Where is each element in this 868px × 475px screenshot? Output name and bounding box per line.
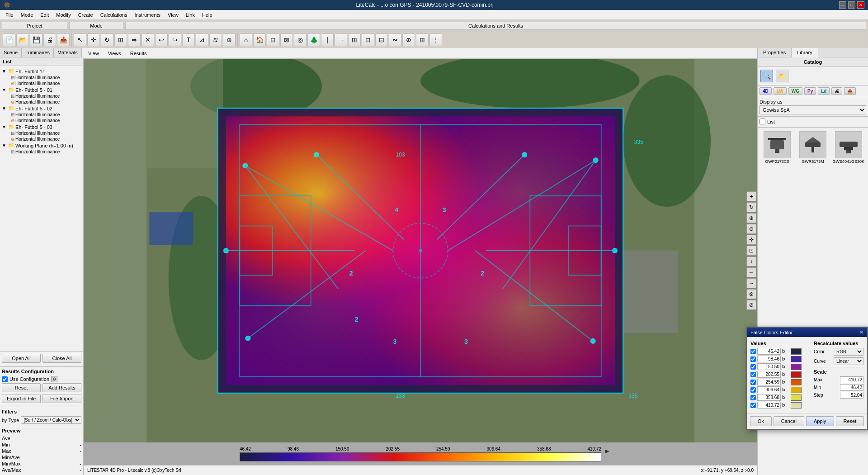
close-button[interactable]: ✕	[857, 1, 864, 9]
view-menu-views[interactable]: Views	[105, 50, 124, 57]
fcd-curve-select[interactable]: Linear	[834, 357, 863, 365]
toolbar-btn-calc3[interactable]: ⊟	[375, 33, 388, 46]
open-all-button[interactable]: Open All	[2, 354, 41, 363]
nav-fit-btn[interactable]: ⊡	[746, 246, 756, 256]
menu-help[interactable]: Help	[198, 11, 216, 19]
fcd-step-input[interactable]	[840, 392, 863, 399]
fcd-min-input[interactable]	[840, 384, 863, 391]
add-results-button[interactable]: Add Results	[42, 383, 81, 392]
brand-lw[interactable]: LW	[774, 87, 787, 95]
minimize-button[interactable]: —	[839, 1, 846, 9]
toolbar-btn-calc5[interactable]: ⊕	[402, 33, 415, 46]
fcd-color-select[interactable]: RGB	[834, 348, 863, 356]
tab-luminaires[interactable]: Luminaires	[22, 48, 54, 57]
tree-child-futbol501-h2[interactable]: ⊛ Horizontal Illuminance	[11, 99, 81, 105]
fcd-color-1[interactable]	[791, 348, 802, 355]
fcd-value-5[interactable]	[757, 379, 781, 385]
maximize-button[interactable]: □	[848, 1, 855, 9]
fcd-check-2[interactable]	[750, 356, 756, 362]
product-item-gws4041gs30k[interactable]: GWS4041GS30K	[832, 131, 864, 164]
toolbar-btn-house[interactable]: 🏠	[253, 33, 266, 46]
toolbar-btn-save[interactable]: 💾	[30, 33, 42, 46]
config-icon[interactable]: ⚙	[51, 376, 57, 382]
tree-child-futbol503-h2[interactable]: ⊛ Horizontal Illuminance	[11, 136, 81, 142]
use-config-checkbox[interactable]	[2, 376, 8, 382]
tab-library[interactable]: Library	[792, 48, 818, 57]
tab-properties[interactable]: Properties	[758, 48, 792, 57]
brand-wg[interactable]: WG	[788, 87, 802, 95]
fcd-value-7[interactable]	[757, 394, 781, 401]
close-all-button[interactable]: Close All	[42, 354, 81, 363]
fcd-close-icon[interactable]: ✕	[859, 329, 863, 335]
menu-edit[interactable]: Edit	[37, 11, 52, 19]
brand-ld[interactable]: Ld	[818, 87, 830, 95]
brand-4d[interactable]: 4D	[760, 87, 772, 95]
nav-down-btn[interactable]: ↓	[746, 256, 756, 266]
expand-icon[interactable]: ▼	[2, 124, 7, 129]
nav-right-btn[interactable]: →	[746, 278, 756, 288]
menu-file[interactable]: File	[2, 11, 17, 19]
toolbar-btn-group[interactable]: ⊿	[196, 33, 208, 46]
nav-zoom-in-btn[interactable]: ⊕	[746, 213, 756, 223]
brand-export[interactable]: 📤	[844, 87, 856, 95]
expand-icon[interactable]: ▼	[2, 143, 7, 148]
fcd-check-8[interactable]	[750, 403, 756, 408]
toolbar-btn-tree[interactable]: 🌲	[307, 33, 320, 46]
toolbar-btn-terrain[interactable]: ⊠	[280, 33, 293, 46]
view-menu-view[interactable]: View	[85, 50, 102, 57]
toolbar-btn-calc2[interactable]: ⊡	[362, 33, 374, 46]
fcd-check-4[interactable]	[750, 372, 756, 377]
list-checkbox[interactable]	[760, 119, 765, 124]
display-select[interactable]: Gewiss SpA	[760, 105, 866, 114]
reset-button[interactable]: Reset	[2, 383, 41, 392]
fcd-color-2[interactable]	[791, 356, 802, 362]
nav-rotate-btn[interactable]: ↻	[746, 202, 756, 212]
tree-item-futbol503[interactable]: ▼ 📁 Eh- Fútbol 5 - 03	[2, 124, 81, 130]
nav-up-btn[interactable]: +	[746, 191, 756, 201]
toolbar-btn-calc7[interactable]: ⋮	[429, 33, 442, 46]
toolbar-btn-print[interactable]: 🖨	[43, 33, 56, 46]
nav-misc-btn[interactable]: ⊗	[746, 289, 756, 299]
tree-child-wp-h1[interactable]: ⊞ Horizontal Illuminance	[11, 149, 81, 155]
brand-print[interactable]: 🖨	[831, 87, 842, 95]
catalog-icon-search[interactable]: 🔍	[760, 70, 773, 82]
toolbar-btn-redo[interactable]: ↪	[169, 33, 181, 46]
tree-child-horiz1[interactable]: ⊞ Horizontal Illuminance	[11, 75, 81, 81]
menu-calculations[interactable]: Calculations	[97, 11, 131, 19]
fcd-max-input[interactable]	[840, 376, 863, 383]
expand-icon[interactable]: ▼	[2, 87, 7, 92]
toolbar-btn-export[interactable]: 📤	[57, 33, 70, 46]
fcd-apply-button[interactable]: Apply	[806, 416, 834, 426]
fcd-color-7[interactable]	[791, 394, 802, 401]
menu-create[interactable]: Create	[75, 11, 97, 19]
fcd-value-6[interactable]	[757, 386, 781, 393]
tree-item-futbol502[interactable]: ▼ 📁 Eh- Fútbol 5 - 02	[2, 105, 81, 112]
brand-py[interactable]: Py	[804, 87, 816, 95]
tab-scene[interactable]: Scene	[0, 48, 22, 57]
toolbar-btn-pole[interactable]: |	[321, 33, 334, 46]
toolbar-btn-rotate[interactable]: ↻	[101, 33, 113, 46]
nav-pan-btn[interactable]: ✛	[746, 235, 756, 245]
tree-child-futbol501-h1[interactable]: ⊞ Horizontal Illuminance	[11, 93, 81, 99]
menu-mode[interactable]: Mode	[17, 11, 37, 19]
fcd-check-3[interactable]	[750, 364, 756, 370]
fcd-check-7[interactable]	[750, 395, 756, 400]
fcd-value-4[interactable]	[757, 371, 781, 378]
fcd-value-8[interactable]	[757, 402, 781, 408]
toolbar-btn-delete[interactable]: ✕	[142, 33, 154, 46]
toolbar-btn-open[interactable]: 📂	[16, 33, 29, 46]
fcd-check-6[interactable]	[750, 387, 756, 393]
menu-view[interactable]: View	[164, 11, 182, 19]
tree-item-workingplane[interactable]: ▼ 📁 Working Plane (h=1.00 m)	[2, 142, 81, 149]
tree-child-futbol502-h2[interactable]: ⊛ Horizontal Illuminance	[11, 118, 81, 124]
toolbar-btn-arrow[interactable]: →	[335, 33, 347, 46]
toolbar-btn-new[interactable]: 📄	[3, 33, 15, 46]
toolbar-btn-surface[interactable]: ⌂	[240, 33, 252, 46]
toolbar-btn-param[interactable]: ⊕	[223, 33, 236, 46]
viewport[interactable]: 4 3 2 2 2 3 3 103 335 133 335 + ↻ ⊕ ⊖	[84, 59, 757, 442]
toolbar-btn-select[interactable]: ↖	[74, 33, 86, 46]
fcd-value-3[interactable]	[757, 363, 781, 370]
export-file-button[interactable]: Export in File	[2, 394, 41, 403]
toolbar-btn-road[interactable]: ⊟	[267, 33, 279, 46]
toolbar-btn-undo[interactable]: ↩	[155, 33, 168, 46]
